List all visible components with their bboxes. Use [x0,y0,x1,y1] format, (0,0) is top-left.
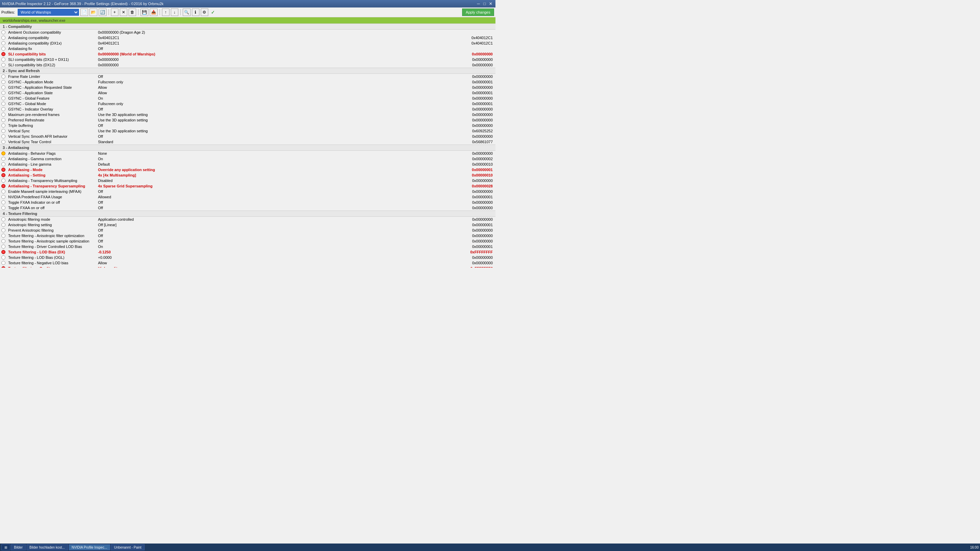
table-row[interactable]: Prevent Anisotropic filteringOff0x000000… [0,227,495,233]
table-row[interactable]: Anisotropic filtering modeApplication-co… [0,217,495,222]
table-row[interactable]: GSYNC - Indicator OverlayOff0x00000000 [0,106,495,112]
section-header-sync-refresh[interactable]: 2 - Sync and Refresh [0,68,495,74]
row-icon [0,173,7,177]
row-value: Off [95,107,455,111]
row-name: Toggle FXAA Indicator on or off [7,200,95,205]
table-row[interactable]: GSYNC - Global FeatureOn0x00000000 [0,95,495,101]
row-name: Toggle FXAA on or off [7,206,95,210]
table-row[interactable]: Antialiasing - ModeOverride any applicat… [0,167,495,172]
row-name: Antialiasing - Setting [7,173,95,177]
toolbar-btn-add[interactable]: + [111,8,118,16]
table-row[interactable]: Antialiasing fixOff [0,46,495,51]
toolbar-btn-delete[interactable]: 🗑 [129,8,136,16]
table-row[interactable]: SLI compatibility bits (DX12)0x000000000… [0,62,495,68]
toolbar-btn-scan[interactable]: 🔍 [183,8,191,16]
row-icon [0,107,7,111]
table-row[interactable]: Vertical SyncUse the 3D application sett… [0,128,495,134]
table-row[interactable]: Toggle FXAA on or offOff0x00000000 [0,205,495,211]
table-row[interactable]: GSYNC - Application ModeFullscreen only0… [0,79,495,85]
table-row[interactable]: Enable Maxwell sample interleaving (MFAA… [0,189,495,194]
table-row[interactable]: Antialiasing - Transparency Supersamplin… [0,183,495,189]
table-row[interactable]: GSYNC - Global ModeFullscreen only0x0000… [0,101,495,106]
row-hex: 0xFFFFFFFF [455,250,495,254]
table-row[interactable]: Vertical Sync Smooth AFR behaviorOff0x00… [0,134,495,139]
row-hex: 0x00000000 [455,96,495,100]
row-icon [0,184,7,188]
row-icon [0,96,7,100]
row-value: Override any application setting [95,168,455,172]
row-hex: 0x00000000 [455,239,495,243]
section-header-compatibility[interactable]: 1 - Compatibility [0,24,495,30]
close-button[interactable]: ✕ [488,1,493,6]
row-name: GSYNC - Global Feature [7,96,95,100]
table-row[interactable]: Antialiasing - Transparency Multisamplin… [0,178,495,183]
row-icon [0,36,7,40]
toolbar-btn-up[interactable]: ↑ [162,8,169,16]
title-bar: NVIDIA Profile Inspector 2.12 - GeForce … [0,0,495,8]
table-row[interactable]: Antialiasing compatibility0x404012C10x40… [0,35,495,40]
toolbar-btn-info[interactable]: ℹ [192,8,199,16]
minimize-button[interactable]: ─ [476,1,481,6]
toolbar-btn-import[interactable]: 📥 [150,8,158,16]
table-row[interactable]: Texture filtering - Anisotropic sample o… [0,238,495,244]
table-row[interactable]: Preferred RefreshrateUse the 3D applicat… [0,118,495,123]
row-hex: 0x00000000 [455,151,495,156]
table-row[interactable]: Texture filtering - QualityHigh quality0… [0,266,495,268]
table-row[interactable]: SLI compatibility bits0x00000000 (World … [0,51,495,57]
table-row[interactable]: Texture filtering - LOD Bias (OGL)+0.000… [0,255,495,260]
table-row[interactable]: Anisotropic filtering settingOff [Linear… [0,222,495,227]
scroll-area[interactable]: 1 - CompatibilityAmbient Occlusion compa… [0,24,495,268]
maximize-button[interactable]: □ [482,1,487,6]
table-row[interactable]: Antialiasing - Line gammaDefault0x000000… [0,162,495,167]
row-icon [0,113,7,117]
row-hex: 0x00000000 [455,200,495,205]
table-row[interactable]: Antialiasing - Setting4x [4x Multisampli… [0,172,495,178]
row-value: On [95,96,455,100]
table-row[interactable]: Ambient Occlusion compatibility0x0000000… [0,30,495,35]
row-value: Off [95,189,455,194]
row-icon [0,151,7,156]
table-row[interactable]: NVIDIA Predefined FXAA UsageAllowed0x000… [0,194,495,200]
row-icon [0,86,7,89]
table-row[interactable]: Texture filtering - Anisotropic filter o… [0,233,495,238]
table-row[interactable]: Antialiasing - Behavior FlagsNone0x00000… [0,151,495,156]
table-row[interactable]: Texture filtering - Driver Controlled LO… [0,244,495,249]
table-row[interactable]: SLI compatibility bits (DX10 + DX11)0x00… [0,57,495,62]
table-row[interactable]: Antialiasing - Gamma correctionOn0x00000… [0,156,495,162]
row-hex: 0x00000001 [455,102,495,106]
profile-dropdown[interactable]: World of Warships [18,9,79,16]
row-name: Antialiasing compatibility (DX1x) [7,41,95,45]
table-row[interactable]: Frame Rate LimiterOff0x00000000 [0,74,495,79]
toolbar-btn-reload[interactable]: 🔄 [99,8,107,16]
toolbar-btn-down[interactable]: ↓ [171,8,178,16]
table-row[interactable]: GSYNC - Application StateAllow0x00000001 [0,90,495,95]
row-value: Allowed [95,195,455,199]
row-value: -0.1250 [95,250,455,254]
table-row[interactable]: Texture filtering - LOD Bias (DX)-0.1250… [0,249,495,255]
table-row[interactable]: Texture filtering - Negative LOD biasAll… [0,260,495,266]
table-row[interactable]: GSYNC - Application Requested StateAllow… [0,85,495,90]
toolbar-btn-export[interactable]: 💾 [140,8,148,16]
apply-changes-button[interactable]: Apply changes [462,8,494,16]
row-name: Texture filtering - Driver Controlled LO… [7,245,95,249]
row-hex: 0x00000000 [455,261,495,265]
table-row[interactable]: Vertical Sync Tear ControlStandard0x5686… [0,139,495,144]
row-icon [0,239,7,243]
row-icon [0,250,7,254]
row-name: Texture filtering - Negative LOD bias [7,261,95,265]
row-value: Use the 3D application setting [95,129,455,133]
row-value: Off [95,124,455,127]
toolbar-btn-new[interactable]: 📄 [80,8,88,16]
row-value: Use the 3D application setting [95,118,455,122]
table-row[interactable]: Toggle FXAA Indicator on or offOff0x0000… [0,200,495,205]
toolbar-btn-remove[interactable]: ✕ [120,8,127,16]
row-name: Antialiasing fix [7,47,95,51]
table-row[interactable]: Maximum pre-rendered framesUse the 3D ap… [0,112,495,118]
toolbar-btn-settings[interactable]: ⚙ [201,8,208,16]
section-header-antialiasing[interactable]: 3 - Antialiasing [0,144,495,151]
section-header-texture-filtering[interactable]: 4 - Texture Filtering [0,211,495,217]
toolbar-btn-open[interactable]: 📂 [89,8,97,16]
row-icon [0,52,7,56]
table-row[interactable]: Triple bufferingOff0x00000000 [0,123,495,128]
table-row[interactable]: Antialiasing compatibility (DX1x)0x40401… [0,40,495,46]
